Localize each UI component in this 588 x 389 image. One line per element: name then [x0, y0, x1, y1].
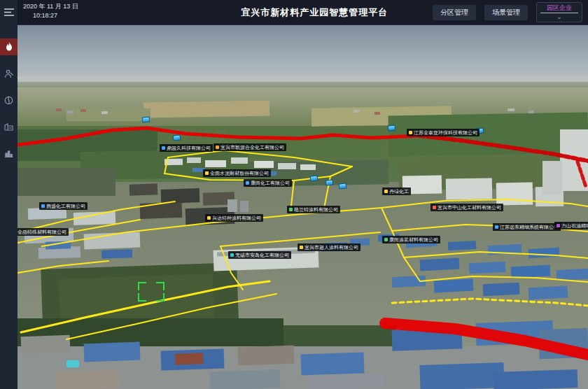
company-label[interactable]: 江苏远东精细系统有限公司 [493, 223, 561, 231]
company-label-text: 兴达特种涂料有限公司 [212, 215, 261, 220]
company-marker-icon [433, 206, 436, 209]
truck-marker[interactable] [310, 175, 318, 181]
page-title: 宜兴市新材料产业园智慧管理平台 [241, 6, 388, 19]
time-label: 10:18:27 [23, 11, 78, 20]
datetime: 2020 年 11 月 13 日 10:18:27 [23, 2, 78, 20]
top-bar: 2020 年 11 月 13 日 10:18:27 宜兴市新材料产业园智慧管理平… [18, 0, 588, 25]
company-marker-icon [207, 216, 211, 220]
company-label[interactable]: 力山石油精细化工有限公司 [554, 222, 588, 229]
company-label-text: 无锡市安岛化工有限公司 [235, 253, 289, 257]
company-label[interactable]: 江苏金泰亚环保科技有限公司 [407, 129, 479, 136]
company-label-text: 康田化工有限公司 [251, 181, 290, 185]
company-label-text: 宜兴市凯源合金化工有限公司 [220, 145, 284, 150]
company-marker-icon [230, 253, 234, 257]
dropdown-selected-value: 园区企业 [547, 4, 572, 12]
sidebar-item-enterprise[interactable] [0, 118, 18, 135]
company-marker-icon [300, 246, 303, 249]
company-label[interactable]: 无锡市安岛化工有限公司 [228, 251, 291, 259]
hamburger-menu-icon[interactable] [0, 3, 18, 20]
sidebar-item-personnel[interactable] [0, 65, 18, 82]
bar-chart-icon [4, 149, 13, 157]
company-marker-icon [289, 208, 293, 211]
sidebar [0, 0, 18, 389]
park-enterprise-dropdown[interactable]: 园区企业 ⌄ [536, 2, 582, 22]
company-marker-icon [216, 146, 219, 149]
truck-marker[interactable] [173, 134, 181, 141]
sidebar-item-statistics[interactable] [0, 145, 18, 162]
company-label-text: 力山石油精细化工有限公司 [561, 223, 588, 228]
map-canvas[interactable]: 鼎国久科技有限公司宜兴市凯源合金化工有限公司金圆水泥耐材股份有限公司康田化工有限… [18, 24, 588, 389]
sidebar-item-fire[interactable] [0, 38, 18, 55]
company-marker-icon [246, 181, 249, 185]
company-label-text: 腾盛化工有限公司 [46, 204, 85, 208]
company-label[interactable]: 格兰特涂料有限公司 [287, 206, 340, 213]
sidebar-item-energy[interactable] [0, 92, 18, 108]
company-label-text: 江苏远东精细系统有限公司 [500, 225, 559, 229]
company-label[interactable]: 鼎国久科技有限公司 [160, 144, 213, 152]
company-marker-icon [41, 204, 45, 208]
energy-gauge-icon [4, 96, 13, 105]
scene-management-button[interactable]: 场景管理 [484, 5, 528, 20]
zone-management-button[interactable]: 分区管理 [433, 5, 476, 20]
worker-person-icon [4, 69, 13, 78]
company-label-text: 丹绿化工 [389, 189, 409, 194]
truck-marker[interactable] [388, 125, 396, 131]
company-label-text: 康田涂装材料有限公司 [389, 237, 438, 242]
company-label[interactable]: 宜兴市中山化工材料有限公司 [430, 204, 503, 211]
company-marker-icon [409, 131, 412, 134]
truck-marker[interactable] [326, 179, 334, 185]
company-label-text: 格兰特涂料有限公司 [294, 207, 338, 212]
company-marker-icon [162, 146, 165, 150]
company-label-text: 宜兴市中山化工材料有限公司 [438, 205, 501, 210]
company-label-text: 宜兴市超人涂料有限公司 [304, 245, 358, 250]
company-marker-icon [205, 171, 209, 175]
company-marker-icon [384, 238, 388, 241]
truck-marker[interactable] [142, 116, 150, 122]
company-label[interactable]: 丹绿化工 [382, 188, 411, 195]
company-marker-icon [556, 224, 560, 227]
company-marker-icon [384, 190, 388, 193]
company-label[interactable]: 兴达特种涂料有限公司 [205, 214, 263, 222]
company-label-text: 鼎国久科技有限公司 [167, 146, 211, 150]
company-label-text: 金晶特殊材料有限公司 [18, 229, 66, 234]
company-label-text: 金圆水泥耐材股份有限公司 [210, 171, 269, 176]
company-label[interactable]: 宜兴市凯源合金化工有限公司 [214, 143, 286, 151]
company-label[interactable]: 康田化工有限公司 [244, 179, 292, 187]
company-label[interactable]: 腾盛化工有限公司 [39, 202, 88, 210]
company-label[interactable]: 金晶特殊材料有限公司 [18, 228, 69, 236]
date-label: 2020 年 11 月 13 日 [23, 2, 78, 11]
company-label[interactable]: 康田涂装材料有限公司 [382, 236, 440, 243]
selection-bracket [138, 282, 164, 302]
app-window: 2020 年 11 月 13 日 10:18:27 宜兴市新材料产业园智慧管理平… [0, 0, 588, 389]
flame-icon [5, 42, 13, 52]
truck-marker[interactable] [339, 183, 347, 189]
company-marker-icon [495, 225, 498, 229]
factory-building-icon [4, 122, 13, 131]
chevron-down-icon: ⌄ [556, 13, 562, 22]
topbar-actions: 分区管理 场景管理 园区企业 ⌄ [433, 0, 582, 24]
company-label[interactable]: 金圆水泥耐材股份有限公司 [203, 169, 271, 177]
company-label-text: 江苏金泰亚环保科技有限公司 [414, 130, 477, 135]
company-label[interactable]: 宜兴市超人涂料有限公司 [298, 243, 360, 251]
